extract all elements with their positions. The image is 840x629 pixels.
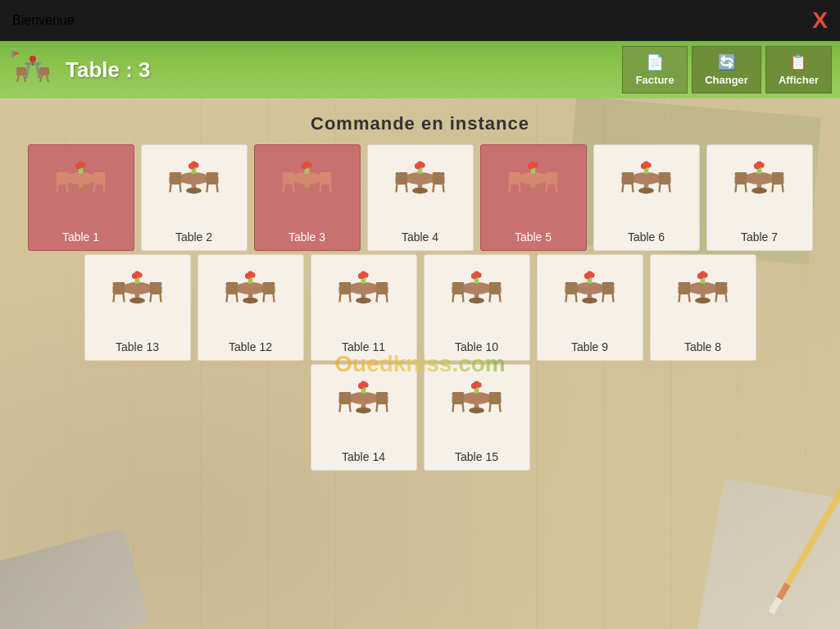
svg-point-3 — [30, 56, 36, 62]
facture-button[interactable]: 📄 Facture — [622, 46, 688, 93]
svg-point-192 — [587, 271, 593, 276]
svg-line-82 — [546, 185, 547, 192]
svg-rect-61 — [396, 175, 408, 185]
table-cell-14[interactable]: Table 14 — [311, 364, 417, 471]
svg-line-112 — [772, 185, 773, 192]
svg-line-153 — [339, 294, 340, 302]
svg-point-180 — [582, 298, 597, 304]
svg-rect-181 — [565, 285, 578, 294]
table-cell-10[interactable]: Table 10 — [424, 254, 530, 361]
svg-line-1 — [26, 65, 29, 79]
changer-icon: 🔄 — [718, 53, 736, 71]
svg-line-19 — [67, 185, 68, 192]
svg-line-23 — [104, 185, 105, 192]
table-cell-3[interactable]: Table 3 — [254, 144, 361, 251]
svg-rect-32 — [170, 172, 182, 176]
svg-line-157 — [376, 294, 377, 302]
table-cell-7[interactable]: Table 7 — [706, 144, 813, 251]
svg-line-8 — [24, 75, 25, 82]
svg-line-83 — [556, 185, 557, 192]
svg-point-135 — [243, 298, 258, 304]
svg-line-218 — [387, 404, 388, 412]
svg-point-90 — [638, 188, 654, 194]
svg-line-213 — [339, 404, 340, 412]
table-icon — [446, 373, 507, 435]
svg-rect-111 — [772, 172, 784, 176]
table-cell-label-15: Table 15 — [455, 450, 498, 463]
svg-rect-36 — [207, 172, 219, 176]
svg-line-78 — [509, 185, 510, 192]
svg-line-2 — [37, 65, 39, 79]
svg-rect-156 — [376, 282, 388, 286]
svg-rect-141 — [263, 282, 275, 286]
svg-line-18 — [57, 185, 57, 192]
svg-line-217 — [376, 404, 377, 412]
changer-button[interactable]: 🔄 Changer — [692, 46, 761, 93]
svg-rect-126 — [150, 282, 162, 286]
svg-point-225 — [469, 408, 484, 414]
svg-line-109 — [746, 185, 747, 192]
table-cell-11[interactable]: Table 11 — [311, 254, 417, 361]
svg-line-7 — [17, 75, 19, 82]
table-cell-label-7: Table 7 — [741, 230, 778, 244]
table-cell-label-14: Table 14 — [342, 450, 385, 463]
app-title: Bienvenue — [12, 13, 75, 28]
table-cell-label-11: Table 11 — [342, 340, 385, 353]
table-cell-12[interactable]: Table 12 — [198, 254, 304, 361]
svg-line-142 — [263, 294, 264, 302]
svg-point-195 — [695, 298, 711, 304]
svg-rect-182 — [565, 282, 578, 286]
svg-line-139 — [237, 294, 238, 302]
svg-point-105 — [751, 188, 767, 194]
svg-rect-155 — [376, 285, 388, 294]
tables-row-1: Table 1 Table 2 — [0, 144, 840, 251]
afficher-button[interactable]: 📋 Afficher — [765, 46, 832, 93]
table-cell-8[interactable]: Table 8 — [650, 254, 756, 361]
svg-line-184 — [576, 294, 577, 302]
svg-line-124 — [124, 294, 125, 302]
svg-point-15 — [73, 188, 89, 194]
table-cell-13[interactable]: Table 13 — [84, 254, 191, 361]
svg-line-10 — [47, 75, 48, 82]
svg-rect-51 — [320, 172, 332, 176]
tables-row-2: Table 13 Table 12 — [0, 254, 840, 361]
svg-rect-136 — [226, 285, 238, 294]
table-cell-4[interactable]: Table 4 — [367, 144, 474, 251]
close-button[interactable]: X — [812, 9, 828, 32]
svg-rect-16 — [57, 175, 69, 185]
deco-notebook — [696, 478, 840, 629]
facture-label: Facture — [636, 74, 674, 86]
table-icon — [276, 153, 338, 215]
svg-line-49 — [293, 185, 294, 192]
table-cell-9[interactable]: Table 9 — [537, 254, 643, 361]
svg-point-165 — [469, 298, 484, 304]
table-cell-2[interactable]: Table 2 — [141, 144, 247, 251]
svg-rect-211 — [339, 395, 352, 404]
svg-line-79 — [520, 185, 520, 192]
svg-line-169 — [463, 294, 464, 302]
svg-line-154 — [350, 294, 351, 302]
svg-line-187 — [602, 294, 603, 302]
svg-point-132 — [134, 271, 140, 276]
table-cell-6[interactable]: Table 6 — [593, 144, 700, 251]
svg-rect-65 — [433, 175, 445, 185]
svg-rect-170 — [489, 285, 502, 294]
svg-line-183 — [565, 294, 566, 302]
svg-line-198 — [679, 294, 679, 302]
svg-rect-17 — [57, 172, 69, 176]
svg-line-52 — [320, 185, 320, 192]
svg-rect-96 — [659, 172, 671, 176]
svg-line-33 — [170, 185, 170, 192]
svg-line-68 — [443, 185, 444, 192]
table-cell-1[interactable]: Table 1 — [28, 144, 134, 251]
svg-line-229 — [463, 404, 464, 412]
table-cell-5[interactable]: Table 5 — [480, 144, 587, 251]
table-icon — [107, 263, 168, 325]
table-cell-label-1: Table 1 — [62, 230, 99, 244]
svg-line-168 — [452, 294, 453, 302]
table-icon — [502, 153, 564, 215]
table-icon — [163, 153, 225, 215]
table-cell-15[interactable]: Table 15 — [424, 364, 530, 471]
svg-rect-110 — [772, 175, 784, 185]
svg-line-94 — [633, 185, 633, 192]
